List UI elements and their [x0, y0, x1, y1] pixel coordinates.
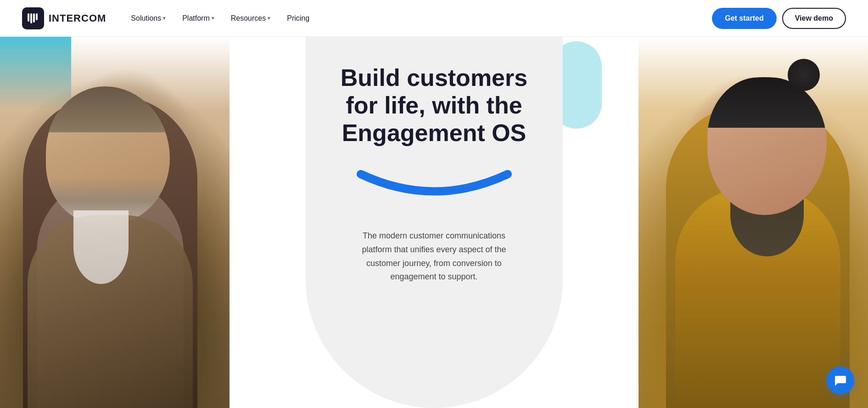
- nav-item-pricing[interactable]: Pricing: [280, 11, 316, 26]
- chevron-down-icon: ▾: [268, 15, 270, 21]
- hero-subtext: The modern customer communications platf…: [352, 229, 517, 284]
- svg-rect-2: [33, 13, 35, 23]
- hero-heading: Build customers for life, with the Engag…: [329, 64, 540, 147]
- get-started-button[interactable]: Get started: [712, 8, 776, 29]
- svg-rect-3: [36, 13, 38, 20]
- platform-label: Platform: [182, 14, 210, 23]
- hero-section: Build customers for life, with the Engag…: [0, 37, 868, 408]
- brand-name: INTERCOM: [49, 12, 106, 24]
- nav-links: Solutions ▾ Platform ▾ Resources ▾ Prici…: [124, 11, 712, 26]
- chevron-down-icon: ▾: [163, 15, 166, 21]
- navbar: INTERCOM Solutions ▾ Platform ▾ Resource…: [0, 0, 868, 37]
- svg-rect-1: [30, 13, 32, 23]
- chat-bubble-button[interactable]: [827, 367, 854, 394]
- smile-decoration: [347, 165, 521, 211]
- chevron-down-icon: ▾: [212, 15, 214, 21]
- nav-item-platform[interactable]: Platform ▾: [176, 11, 221, 26]
- svg-rect-0: [28, 13, 29, 22]
- view-demo-button[interactable]: View demo: [782, 8, 846, 29]
- solutions-label: Solutions: [131, 14, 161, 23]
- pricing-label: Pricing: [287, 14, 309, 23]
- nav-cta: Get started View demo: [712, 8, 846, 29]
- hero-center-card: Build customers for life, with the Engag…: [306, 37, 563, 408]
- resources-label: Resources: [231, 14, 266, 23]
- person-left-photo: [0, 37, 230, 408]
- nav-item-solutions[interactable]: Solutions ▾: [124, 11, 172, 26]
- logo-icon: [22, 7, 44, 29]
- person-right-photo: [638, 37, 868, 408]
- nav-item-resources[interactable]: Resources ▾: [224, 11, 277, 26]
- logo[interactable]: INTERCOM: [22, 7, 106, 29]
